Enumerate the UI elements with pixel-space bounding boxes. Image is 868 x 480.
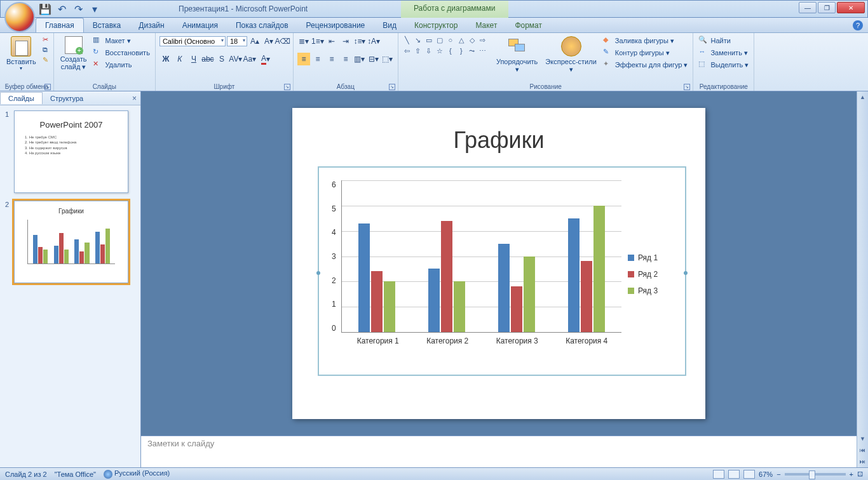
redo-icon[interactable]: ↷ [72,3,85,15]
tab-view[interactable]: Вид [374,18,405,32]
underline-button[interactable]: Ч [187,53,200,65]
scroll-up-icon[interactable]: ▲ [857,91,868,103]
columns-button[interactable]: ▥▾ [353,53,366,65]
shape-oval-icon[interactable]: ○ [445,35,456,45]
language-indicator[interactable]: Русский (Россия) [104,469,170,478]
dialog-launcher-icon[interactable]: ↘ [44,84,51,90]
shape-star-icon[interactable]: ☆ [435,46,445,56]
shape-arrow-r-icon[interactable]: ⇨ [478,35,488,45]
thumb-row-2[interactable]: 2 Графики [5,201,135,283]
shape-triangle-icon[interactable]: △ [456,35,466,45]
shape-fill-button[interactable]: Заливка фигуры ▾ [602,35,689,46]
reset-button[interactable]: Восстановить [92,47,151,58]
zoom-slider[interactable] [785,473,846,476]
close-button[interactable]: ✕ [837,2,865,13]
grow-font-button[interactable]: A▴ [248,35,261,48]
help-icon[interactable]: ? [853,20,863,30]
copy-button[interactable] [41,45,50,55]
font-color-button[interactable]: A▾ [257,53,274,65]
align-left-button[interactable]: ≡ [297,53,310,65]
maximize-button[interactable]: ❐ [818,2,836,13]
quick-styles-button[interactable]: Экспресс-стили▾ [543,35,599,75]
notes-pane[interactable]: Заметки к слайду [141,436,857,467]
sorter-view-button[interactable] [728,470,740,479]
next-slide-icon[interactable]: ⏭ [857,456,868,467]
select-button[interactable]: Выделить ▾ [697,59,750,70]
cut-button[interactable] [41,35,50,44]
indent-inc-button[interactable]: ⇥ [339,35,352,48]
qat-menu-icon[interactable]: ▾ [88,3,101,15]
clear-format-button[interactable]: A⌫ [276,35,289,48]
shape-effects-button[interactable]: Эффекты для фигур ▾ [602,59,689,70]
slide-canvas[interactable]: Графики 0123456 Категория 1Категория 2Ка… [141,91,857,436]
current-slide[interactable]: Графики 0123456 Категория 1Категория 2Ка… [292,108,705,419]
new-slide-button[interactable]: Создать слайд ▾ [58,35,90,72]
tab-insert[interactable]: Вставка [84,18,130,32]
shape-arrow-icon[interactable]: ↘ [413,35,423,45]
format-painter-button[interactable] [41,55,50,65]
replace-button[interactable]: Заменить ▾ [697,47,750,58]
numbering-button[interactable]: 1≡▾ [311,35,324,48]
dialog-launcher-icon[interactable]: ↘ [284,84,290,90]
align-center-button[interactable]: ≡ [311,53,324,65]
font-size-combo[interactable]: 18 [227,36,247,46]
shape-arrow-u-icon[interactable]: ⇧ [413,46,423,56]
panel-tab-slides[interactable]: Слайды [0,92,43,104]
bullets-button[interactable]: ≣▾ [297,35,310,48]
text-direction-button[interactable]: ↕A▾ [367,35,380,48]
char-spacing-button[interactable]: AV▾ [229,53,242,65]
slide-counter[interactable]: Слайд 2 из 2 [5,470,47,478]
shape-arrow-d-icon[interactable]: ⇩ [424,46,434,56]
align-text-button[interactable]: ⊟▾ [367,53,380,65]
shape-line-icon[interactable]: ╲ [402,35,412,45]
strike-button[interactable]: abc [201,53,214,65]
smartart-button[interactable]: ⬚▾ [381,53,394,65]
bold-button[interactable]: Ж [159,53,172,65]
theme-name[interactable]: "Тема Office" [55,470,96,478]
panel-close-icon[interactable]: × [132,94,137,103]
shape-diamond-icon[interactable]: ◇ [467,35,477,45]
font-name-combo[interactable]: Calibri (Основно [159,36,226,46]
chart-object[interactable]: 0123456 Категория 1Категория 2Категория … [318,166,686,376]
fit-to-window-button[interactable]: ⊡ [857,470,863,478]
tab-layout[interactable]: Макет [466,18,506,32]
tab-slideshow[interactable]: Показ слайдов [227,18,297,32]
shrink-font-button[interactable]: A▾ [262,35,275,48]
align-right-button[interactable]: ≡ [325,53,338,65]
italic-button[interactable]: К [173,53,186,65]
tab-home[interactable]: Главная [36,18,84,32]
shape-outline-button[interactable]: Контур фигуры ▾ [602,47,689,58]
shape-roundrect-icon[interactable]: ▢ [435,35,445,45]
paste-button[interactable]: Вставить ▾ [4,35,39,72]
shapes-gallery[interactable]: ╲ ↘ ▭ ▢ ○ △ ◇ ⇨ ⇦ ⇧ ⇩ ☆ { } ⤳ ⋯ [402,35,491,56]
tab-animation[interactable]: Анимация [173,18,227,32]
dialog-launcher-icon[interactable]: ↘ [389,84,395,90]
vertical-scrollbar[interactable]: ▲ ▼ ⏮ ⏭ [857,91,868,467]
minimize-button[interactable]: — [799,2,817,13]
find-button[interactable]: Найти [697,35,750,46]
slide-title[interactable]: Графики [318,127,680,154]
save-icon[interactable]: 💾 [39,3,51,15]
arrange-button[interactable]: Упорядочить▾ [494,35,540,75]
shadow-button[interactable]: S [215,53,228,65]
tab-format[interactable]: Формат [506,18,551,32]
panel-tab-outline[interactable]: Структура [43,93,91,104]
zoom-out-button[interactable]: − [776,470,780,478]
line-spacing-button[interactable]: ↕≡▾ [353,35,366,48]
justify-button[interactable]: ≡ [339,53,352,65]
normal-view-button[interactable] [713,470,724,479]
shape-more-icon[interactable]: ⋯ [478,46,488,56]
change-case-button[interactable]: Aa▾ [243,53,256,65]
dialog-launcher-icon[interactable]: ↘ [684,84,690,90]
office-button[interactable] [4,2,35,32]
shape-rect-icon[interactable]: ▭ [424,35,434,45]
delete-slide-button[interactable]: Удалить [92,59,151,70]
indent-dec-button[interactable]: ⇤ [325,35,338,48]
shape-brace-icon[interactable]: { [445,46,456,56]
layout-button[interactable]: Макет ▾ [92,35,151,46]
tab-design[interactable]: Дизайн [130,18,173,32]
thumb-2[interactable]: Графики [14,201,128,283]
slideshow-view-button[interactable] [743,470,755,479]
undo-icon[interactable]: ↶ [55,3,68,15]
shape-arrow-l-icon[interactable]: ⇦ [402,46,412,56]
